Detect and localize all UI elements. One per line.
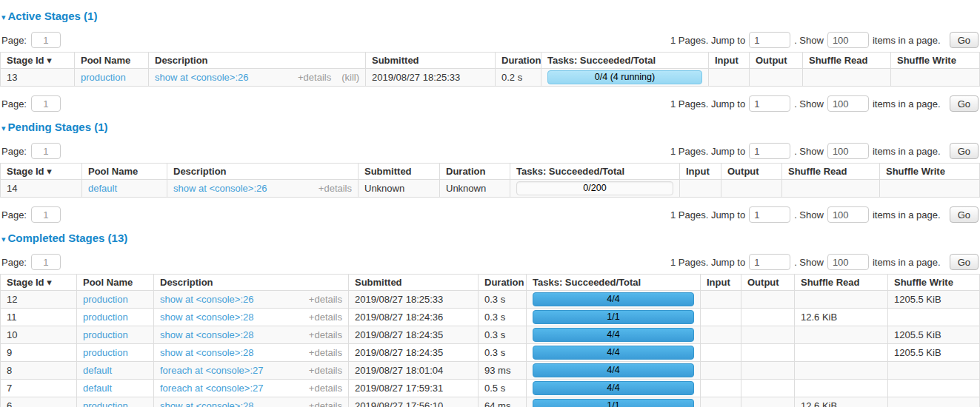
- column-header[interactable]: Output: [750, 53, 803, 69]
- shuffle-write-cell: 1205.5 KiB: [888, 326, 980, 344]
- column-header[interactable]: Pool Name: [75, 53, 149, 69]
- stage-row: 12productionshow at <console>:26+details…: [1, 291, 980, 309]
- column-header[interactable]: Shuffle Write: [888, 275, 980, 291]
- column-header[interactable]: Shuffle Write: [891, 53, 980, 69]
- details-toggle[interactable]: +details: [309, 329, 342, 340]
- output-cell: [750, 69, 803, 87]
- go-button[interactable]: Go: [950, 32, 979, 48]
- page-number-input[interactable]: [31, 206, 61, 223]
- column-header[interactable]: Input: [709, 53, 750, 69]
- page-number-input[interactable]: [31, 95, 61, 112]
- pool-name-link[interactable]: production: [83, 294, 128, 305]
- description-link[interactable]: show at <console>:28: [160, 347, 253, 358]
- column-header[interactable]: Stage Id ▾: [1, 275, 77, 291]
- column-header[interactable]: Shuffle Read: [782, 164, 880, 180]
- jump-to-input[interactable]: [749, 254, 790, 270]
- column-header[interactable]: Submitted: [349, 275, 479, 291]
- description-link[interactable]: foreach at <console>:27: [160, 383, 264, 394]
- column-header[interactable]: Duration: [479, 275, 527, 291]
- pool-name-cell: production: [77, 291, 154, 309]
- pool-name-link[interactable]: default: [83, 383, 112, 394]
- go-button[interactable]: Go: [950, 206, 979, 223]
- column-header[interactable]: Duration: [440, 164, 510, 180]
- shuffle-read-cell: [795, 362, 888, 380]
- show-count-input[interactable]: [827, 143, 869, 159]
- jump-to-input[interactable]: [749, 206, 790, 223]
- shuffle-write-cell: [888, 380, 980, 397]
- description-link[interactable]: foreach at <console>:27: [160, 365, 264, 376]
- details-toggle[interactable]: +details: [309, 312, 342, 323]
- description-link[interactable]: show at <console>:26: [155, 72, 248, 83]
- column-header[interactable]: Description: [149, 53, 366, 69]
- description-link[interactable]: show at <console>:26: [160, 294, 253, 305]
- description-link[interactable]: show at <console>:28: [160, 400, 253, 407]
- jump-to-input[interactable]: [749, 143, 790, 159]
- pool-name-link[interactable]: production: [83, 312, 128, 323]
- page-number-input[interactable]: [31, 32, 61, 48]
- column-header[interactable]: Stage Id ▾: [1, 53, 75, 69]
- table-header-row: Stage Id ▾Pool NameDescriptionSubmittedD…: [1, 53, 980, 69]
- show-count-input[interactable]: [827, 32, 869, 48]
- description-link[interactable]: show at <console>:28: [160, 329, 253, 340]
- column-header[interactable]: Submitted: [359, 164, 440, 180]
- go-button[interactable]: Go: [950, 254, 979, 270]
- column-header[interactable]: Description: [167, 164, 359, 180]
- go-button[interactable]: Go: [950, 143, 979, 159]
- pool-name-link[interactable]: production: [83, 400, 128, 407]
- section-title-active-stages[interactable]: ▾Active Stages (1): [1, 10, 980, 23]
- go-button[interactable]: Go: [950, 95, 979, 112]
- pool-name-link[interactable]: production: [83, 347, 128, 358]
- details-toggle[interactable]: +details: [309, 294, 342, 305]
- details-toggle[interactable]: +details: [309, 383, 342, 394]
- section-title-completed-stages[interactable]: ▾Completed Stages (13): [1, 232, 980, 245]
- output-cell: [741, 326, 795, 344]
- section-title-text: Pending Stages (1): [8, 121, 108, 133]
- column-header[interactable]: Output: [741, 275, 795, 291]
- duration-cell: 0.3 s: [479, 291, 527, 309]
- jump-to-input[interactable]: [749, 32, 790, 48]
- stage-id-cell: 7: [1, 380, 77, 397]
- column-header[interactable]: Tasks: Succeeded/Total: [527, 275, 701, 291]
- description-link[interactable]: show at <console>:26: [173, 183, 267, 194]
- column-header[interactable]: Input: [701, 275, 741, 291]
- description-cell: show at <console>:26+details: [167, 180, 359, 198]
- jump-to-input[interactable]: [749, 95, 790, 112]
- shuffle-read-cell: [795, 380, 888, 397]
- input-cell: [701, 344, 741, 362]
- details-toggle[interactable]: +details: [298, 72, 331, 83]
- details-toggle[interactable]: +details: [319, 183, 352, 194]
- page-number-input[interactable]: [31, 143, 61, 159]
- column-header[interactable]: Duration: [496, 53, 541, 69]
- page-number-input[interactable]: [31, 254, 61, 270]
- show-count-input[interactable]: [827, 206, 869, 223]
- show-count-input[interactable]: [827, 95, 869, 112]
- task-progress-bar: 1/1: [533, 310, 694, 324]
- pool-name-link[interactable]: production: [83, 329, 128, 340]
- stage-id-cell: 8: [1, 362, 77, 380]
- input-cell: [701, 291, 741, 309]
- column-header[interactable]: Pool Name: [77, 275, 154, 291]
- column-header[interactable]: Pool Name: [82, 164, 167, 180]
- duration-cell: 0.3 s: [479, 309, 527, 326]
- pool-name-link[interactable]: default: [83, 365, 112, 376]
- column-header[interactable]: Tasks: Succeeded/Total: [510, 164, 680, 180]
- column-header[interactable]: Submitted: [366, 53, 496, 69]
- column-header[interactable]: Input: [680, 164, 721, 180]
- details-toggle[interactable]: +details: [309, 347, 342, 358]
- details-toggle[interactable]: +details: [309, 400, 342, 407]
- column-header[interactable]: Shuffle Read: [795, 275, 888, 291]
- column-header[interactable]: Output: [721, 164, 782, 180]
- pool-name-link[interactable]: production: [81, 72, 126, 83]
- tasks-progress-cell: 4/4: [527, 344, 701, 362]
- column-header[interactable]: Tasks: Succeeded/Total: [541, 53, 709, 69]
- description-link[interactable]: show at <console>:28: [160, 312, 253, 323]
- details-toggle[interactable]: +details: [309, 365, 342, 376]
- show-count-input[interactable]: [827, 254, 869, 270]
- kill-link[interactable]: (kill): [341, 72, 359, 83]
- pool-name-link[interactable]: default: [88, 183, 117, 194]
- section-title-pending-stages[interactable]: ▾Pending Stages (1): [1, 121, 980, 134]
- column-header[interactable]: Description: [154, 275, 349, 291]
- column-header[interactable]: Shuffle Write: [880, 164, 980, 180]
- column-header[interactable]: Shuffle Read: [803, 53, 891, 69]
- column-header[interactable]: Stage Id ▾: [1, 164, 82, 180]
